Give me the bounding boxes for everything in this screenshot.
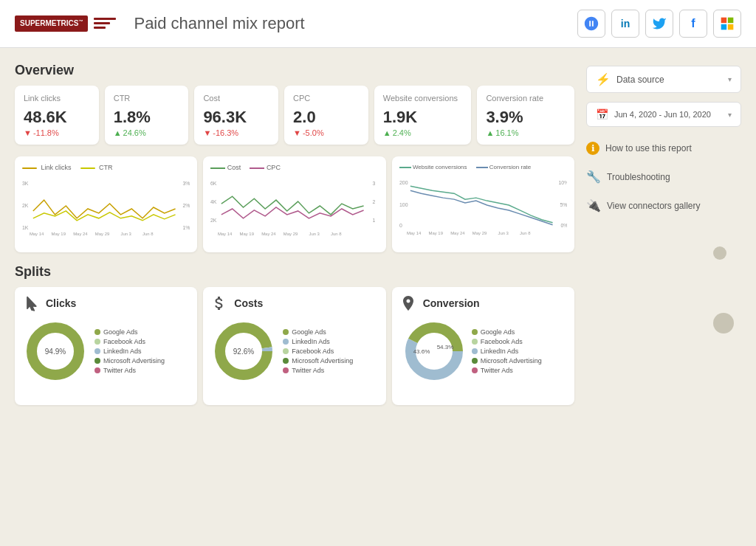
costs-icon	[210, 294, 228, 312]
donut-costs: 92.6%	[210, 318, 277, 384]
metric-label-link-clicks: Link clicks	[24, 93, 90, 103]
legend-google-ads-clicks: Google Ads	[94, 328, 165, 336]
svg-text:May 24: May 24	[73, 232, 88, 236]
microsoft-icon[interactable]	[713, 10, 741, 38]
facebook-icon[interactable]: f	[679, 10, 707, 38]
metric-label-conversion-rate: Conversion rate	[486, 93, 566, 103]
svg-text:May 29: May 29	[95, 232, 110, 236]
metric-change-conversion-rate: ▲ 16.1%	[486, 128, 566, 137]
svg-text:200: 200	[399, 181, 408, 186]
metric-card-website-conversions: Website conversions 1.9K ▲ 2.4%	[374, 86, 472, 145]
linkedin-icon[interactable]: in	[611, 10, 639, 38]
change-val-website-conversions: 2.4%	[393, 128, 411, 137]
donut-conversion: 43.6% 54.3%	[399, 318, 466, 384]
split-card-costs: Costs 92.6%	[203, 287, 385, 405]
change-val-ctr: 24.6%	[123, 128, 146, 137]
metric-label-cpc: CPC	[293, 93, 360, 103]
svg-text:43.6%: 43.6%	[413, 348, 430, 355]
legend-twitter-ads-clicks: Twitter Ads	[94, 367, 165, 374]
split-legend-costs: Google Ads LinkedIn Ads Facebook Ads	[283, 328, 353, 374]
metric-label-cost: Cost	[203, 93, 269, 103]
chart-legend-1: Link clicks CTR	[22, 164, 190, 171]
split-title-clicks: Clicks	[46, 297, 76, 309]
legend-microsoft-adv-costs: Microsoft Advertising	[283, 357, 353, 364]
legend-linkedin-ads-clicks: LinkedIn Ads	[94, 348, 165, 355]
chart-cost-cpc: Cost CPC 6K 4K 2K 3 2 1 May 14 May 19	[203, 156, 385, 252]
clicks-icon	[22, 294, 40, 312]
svg-text:Jun 3: Jun 3	[120, 232, 131, 236]
legend-twitter-ads-costs: Twitter Ads	[283, 367, 353, 374]
svg-text:4K: 4K	[210, 199, 217, 204]
svg-text:2: 2	[373, 199, 376, 204]
legend-line-cpc	[250, 167, 264, 169]
date-range-dropdown[interactable]: 📅 Jun 4, 2020 - Jun 10, 2020 ▾	[586, 102, 741, 127]
donut-clicks: 94.9%	[22, 318, 89, 384]
metric-change-ctr: ▲ 24.6%	[114, 128, 180, 137]
metric-value-cpc: 2.0	[293, 108, 360, 127]
data-source-dropdown[interactable]: ⚡ Data source ▾	[586, 66, 741, 93]
page-title: Paid channel mix report	[134, 14, 577, 33]
svg-text:May 19: May 19	[52, 232, 66, 236]
sidebar-link-connectors[interactable]: 🔌 View connectors gallery	[586, 196, 741, 215]
legend-label-conv-rate: Conversion rate	[489, 164, 531, 170]
data-source-icon: ⚡	[596, 72, 611, 86]
logo-line-3	[94, 27, 106, 29]
svg-text:1: 1	[373, 218, 376, 223]
plug-icon: 🔌	[586, 198, 601, 212]
chart-conversions: Website conversions Conversion rate 200 …	[392, 156, 574, 252]
metric-value-cost: 96.3K	[203, 108, 269, 127]
svg-text:0%: 0%	[560, 223, 567, 228]
metric-cards: Link clicks 48.6K ▼ -11.8% CTR 1.8% ▲ 24…	[15, 86, 574, 145]
legend-label-ctr: CTR	[99, 164, 113, 171]
svg-text:Jun 8: Jun 8	[331, 232, 342, 236]
metric-value-website-conversions: 1.9K	[383, 108, 463, 127]
google-ads-icon[interactable]	[577, 10, 605, 38]
sidebar-link-troubleshooting[interactable]: 🔧 Troubleshooting	[586, 167, 741, 187]
svg-text:Jun 8: Jun 8	[520, 231, 531, 235]
data-source-arrow: ▾	[728, 75, 732, 83]
legend-line-cost	[210, 167, 225, 169]
logo-box: SUPERMETRICS™	[15, 15, 116, 31]
legend-google-ads-costs: Google Ads	[283, 328, 353, 336]
metric-value-ctr: 1.8%	[114, 108, 180, 127]
svg-text:0: 0	[399, 223, 402, 228]
svg-text:May 19: May 19	[240, 232, 255, 236]
twitter-icon[interactable]	[645, 10, 673, 38]
legend-label-cost: Cost	[227, 164, 241, 171]
logo-tm: ™	[78, 19, 83, 24]
overview-title: Overview	[15, 63, 574, 78]
logo-area: SUPERMETRICS™	[15, 15, 116, 31]
deco-dot-1	[713, 246, 726, 260]
legend-facebook-ads-costs: Facebook Ads	[283, 348, 353, 355]
chart-svg-1: 3K 2K 1K 3% 2% 1% May 14 May 19 May 24 M…	[22, 174, 190, 241]
metric-label-ctr: CTR	[114, 93, 180, 103]
svg-text:5%: 5%	[560, 202, 567, 207]
how-to-label: How to use this report	[605, 143, 692, 153]
metric-change-website-conversions: ▲ 2.4%	[383, 128, 463, 137]
change-val-cost: -16.3%	[213, 128, 238, 137]
logo-lines	[94, 18, 116, 29]
change-val-conversion-rate: 16.1%	[495, 128, 518, 137]
legend-linkedin-ads-conv: LinkedIn Ads	[472, 348, 542, 355]
main-content: Overview Link clicks 48.6K ▼ -11.8% CTR …	[0, 48, 756, 546]
split-header-costs: Costs	[210, 294, 378, 312]
legend-linkedin-ads-costs: LinkedIn Ads	[283, 338, 353, 345]
donut-svg-conversion: 43.6% 54.3%	[399, 318, 470, 384]
header-icons: in f	[577, 10, 741, 38]
chart-legend-2: Cost CPC	[210, 164, 378, 171]
svg-text:Jun 8: Jun 8	[142, 232, 154, 236]
splits-title: Splits	[15, 264, 574, 280]
metric-change-cost: ▼ -16.3%	[203, 128, 269, 137]
sidebar-link-how-to[interactable]: ℹ How to use this report	[586, 139, 741, 158]
metric-card-ctr: CTR 1.8% ▲ 24.6%	[105, 86, 189, 145]
logo-supermetrics: SUPERMETRICS	[20, 20, 78, 28]
split-content-clicks: 94.9% Google Ads Facebook Ads	[22, 318, 190, 384]
info-icon: ℹ	[586, 142, 599, 155]
logo-line-2	[94, 22, 110, 24]
split-title-conversion: Conversion	[423, 297, 480, 309]
svg-text:3%: 3%	[182, 182, 190, 187]
svg-text:May 19: May 19	[428, 231, 443, 235]
legend-google-ads-conv: Google Ads	[472, 328, 542, 336]
split-header-conversion: Conversion	[399, 294, 567, 312]
legend-line-website-conv	[399, 167, 411, 168]
